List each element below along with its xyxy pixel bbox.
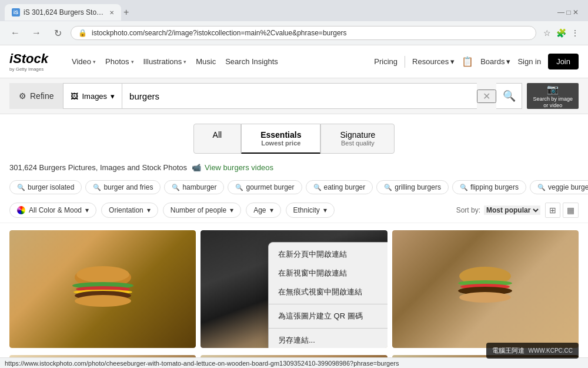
tag-hamburger[interactable]: 🔍 hamburger [164, 180, 224, 194]
reload-button[interactable]: ↻ [49, 25, 66, 41]
secure-icon: 🔒 [78, 29, 87, 37]
nav-illustrations[interactable]: Illustrations ▾ [143, 57, 187, 66]
back-button[interactable]: ← [7, 25, 24, 41]
age-chevron: ▾ [270, 206, 273, 214]
tag-search-icon: 🔍 [537, 184, 546, 191]
burger-image-1 [9, 230, 196, 348]
address-bar: ← → ↻ 🔒 istockphoto.com/search/2/image?i… [0, 21, 588, 45]
list-view-button[interactable]: ▦ [563, 203, 579, 218]
image-item-3[interactable] [392, 230, 579, 348]
tab-close-button[interactable]: ✕ [109, 9, 114, 16]
illustrations-chevron: ▾ [183, 59, 186, 65]
tag-search-icon: 🔍 [384, 184, 392, 191]
ctx-divider-2 [269, 328, 387, 329]
header-right: Pricing Resources ▾ 📋 Boards ▾ Sign in J… [374, 54, 579, 69]
tab-all[interactable]: All [193, 124, 242, 154]
orientation-filter[interactable]: Orientation ▾ [101, 203, 158, 218]
refine-button[interactable]: ⚙ Refine [9, 83, 63, 109]
resources-chevron: ▾ [450, 57, 455, 66]
tag-search-icon: 🔍 [17, 184, 25, 191]
ethnicity-chevron: ▾ [323, 206, 327, 214]
svg-point-1 [76, 266, 129, 283]
tab-signature[interactable]: Signature Best quality [320, 124, 395, 154]
new-tab-button[interactable]: + [123, 7, 129, 18]
tag-burger-isolated[interactable]: 🔍 burger isolated [9, 180, 82, 194]
tag-veggie-burgers[interactable]: 🔍 veggie burgers [530, 180, 588, 194]
ctx-open-new-tab[interactable]: 在新分頁中開啟連結 [269, 245, 387, 264]
join-button[interactable]: Join [548, 54, 579, 69]
video-camera-icon: 📹 [192, 163, 201, 172]
ctx-save-link[interactable]: 另存連結... [269, 331, 387, 348]
image-item-1[interactable] [9, 230, 196, 348]
extension-icon[interactable]: 🧩 [555, 27, 567, 39]
tag-burger-fries[interactable]: 🔍 burger and fries [85, 180, 161, 194]
tag-eating-burger[interactable]: 🔍 eating burger [306, 180, 373, 194]
boards-button[interactable]: Boards ▾ [480, 57, 510, 66]
nav-video[interactable]: Video ▾ [72, 57, 96, 66]
search-clear-button[interactable]: ✕ [477, 89, 496, 103]
menu-icon[interactable]: ⋮ [569, 27, 581, 39]
sort-select[interactable]: Most popular [484, 205, 540, 215]
pricing-link[interactable]: Pricing [374, 57, 397, 66]
url-bar[interactable]: 🔒 istockphoto.com/search/2/image?istokco… [71, 26, 536, 40]
watermark: 電腦王阿達 WWW.KCPC.CC [486, 343, 579, 359]
tag-flipping-burgers[interactable]: 🔍 flipping burgers [452, 180, 526, 194]
visual-search-icon: 📷 [547, 84, 559, 95]
number-people-filter[interactable]: Number of people ▾ [163, 203, 241, 218]
sort-by-label: Sort by: [456, 206, 480, 214]
ctx-open-new-window[interactable]: 在新視窗中開啟連結 [269, 264, 387, 283]
age-filter[interactable]: Age ▾ [246, 203, 280, 218]
number-people-chevron: ▾ [230, 206, 233, 214]
sign-in-button[interactable]: Sign in [517, 57, 541, 66]
tag-grilling-burgers[interactable]: 🔍 grilling burgers [376, 180, 449, 194]
tag-search-icon: 🔍 [172, 184, 180, 191]
results-header: 301,624 Burgers Pictures, Images and Sto… [0, 158, 588, 177]
logo-text: iStock [9, 51, 62, 67]
nav-photos[interactable]: Photos ▾ [105, 57, 133, 66]
search-input-wrap [122, 83, 477, 109]
watermark-text: 電腦王阿達 [492, 346, 524, 355]
ctx-open-incognito[interactable]: 在無痕式視窗中開啟連結 [269, 283, 387, 301]
tag-search-icon: 🔍 [93, 184, 101, 191]
resources-button[interactable]: Resources ▾ [412, 57, 455, 66]
video-chevron: ▾ [93, 59, 96, 65]
view-videos-link[interactable]: 📹 View burgers videos [192, 163, 273, 172]
ctx-create-qr[interactable]: 為這張圖片建立 QR 圖碼 [269, 307, 387, 326]
active-tab[interactable]: iS iS 301,624 Burgers Stock Photo... ✕ [5, 4, 121, 21]
grid-view-button[interactable]: ⊞ [545, 203, 560, 218]
tab-bar: iS iS 301,624 Burgers Stock Photo... ✕ +… [0, 0, 588, 21]
color-mood-filter[interactable]: All Color & Mood ▾ [9, 203, 96, 218]
tag-gourmet-burger[interactable]: 🔍 gourmet burger [228, 180, 302, 194]
ctx-divider-1 [269, 304, 387, 304]
filter-tabs: All Essentials Lowest price Signature Be… [0, 114, 588, 154]
tab-favicon: iS [12, 8, 20, 16]
search-go-button[interactable]: 🔍 [496, 83, 522, 109]
site-header: iStock by Getty Images Video ▾ Photos ▾ … [0, 45, 588, 78]
visual-search-button[interactable]: 📷 Search by imageor video [527, 83, 579, 109]
search-type-selector[interactable]: 🖼 Images ▾ [63, 83, 122, 109]
tag-search-icon: 🔍 [313, 184, 322, 191]
photos-chevron: ▾ [131, 59, 134, 65]
search-input[interactable] [129, 91, 470, 101]
window-controls: ― □ ✕ [557, 8, 583, 16]
browser-chrome: iS iS 301,624 Burgers Stock Photo... ✕ +… [0, 0, 588, 45]
status-bar: https://www.istockphoto.com/photo/cheese… [0, 357, 588, 368]
search-bar-area: ⚙ Refine 🖼 Images ▾ ✕ 🔍 📷 Search by imag… [0, 78, 588, 114]
nav-music[interactable]: Music [196, 57, 216, 66]
image-item-2[interactable]: 在新分頁中開啟連結 在新視窗中開啟連結 在無痕式視窗中開啟連結 為這張圖片建立 … [201, 230, 387, 348]
results-count: 301,624 Burgers Pictures, Images and Sto… [9, 163, 187, 172]
forward-button[interactable]: → [28, 25, 45, 41]
related-searches: 🔍 burger isolated 🔍 burger and fries 🔍 h… [0, 177, 588, 198]
tab-title: iS 301,624 Burgers Stock Photo... [24, 8, 106, 16]
type-chevron: ▾ [111, 92, 115, 101]
tab-essentials[interactable]: Essentials Lowest price [241, 124, 320, 154]
bookmark-icon[interactable]: ☆ [541, 27, 553, 39]
sort-area: Sort by: Most popular [456, 205, 540, 215]
ethnicity-filter[interactable]: Ethnicity ▾ [286, 203, 335, 218]
logo-area[interactable]: iStock by Getty Images [9, 51, 62, 72]
tag-search-icon: 🔍 [235, 184, 243, 191]
status-url: https://www.istockphoto.com/photo/cheese… [5, 360, 399, 367]
refine-icon: ⚙ [19, 91, 26, 101]
burger-image-3 [392, 230, 579, 348]
nav-search-insights[interactable]: Search Insights [225, 57, 278, 66]
